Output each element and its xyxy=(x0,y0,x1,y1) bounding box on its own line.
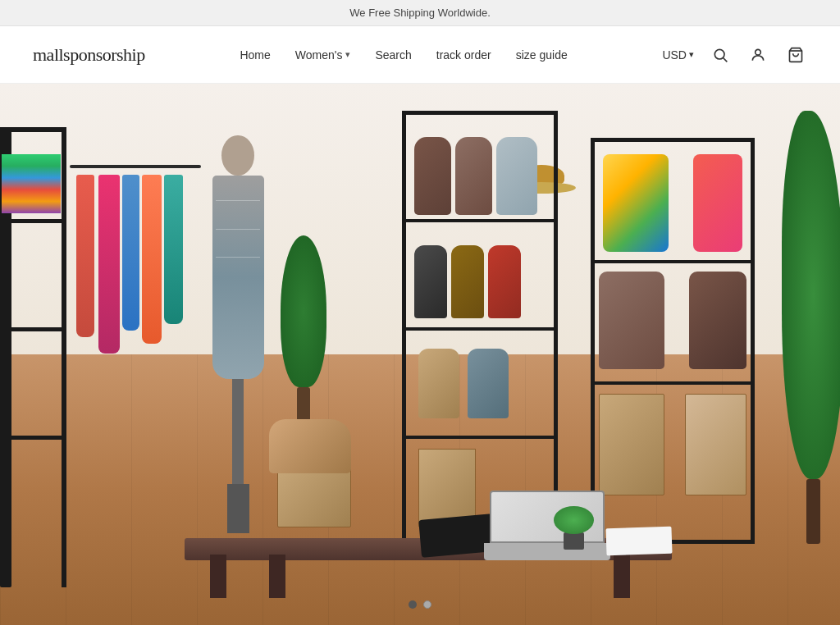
nav-womens[interactable]: Women's xyxy=(295,48,351,62)
clothing-rack-area xyxy=(70,148,201,473)
cart-button[interactable] xyxy=(784,43,807,66)
shelf-bar-2 xyxy=(0,327,66,331)
nav-track-order[interactable]: track order xyxy=(436,48,491,62)
nav-size-guide[interactable]: size guide xyxy=(516,48,568,62)
shoe-on-box xyxy=(269,419,351,473)
hero-section xyxy=(0,84,840,625)
plant-right xyxy=(791,111,836,544)
carousel-dots xyxy=(409,600,431,609)
notebook xyxy=(606,527,673,556)
small-plant xyxy=(559,506,588,550)
currency-selector[interactable]: USD xyxy=(662,48,694,62)
carousel-dot-2[interactable] xyxy=(423,600,431,609)
table-leg-left2 xyxy=(269,555,285,598)
shelf-left-bar xyxy=(62,127,66,587)
carousel-dot-1[interactable] xyxy=(409,600,417,609)
svg-point-2 xyxy=(756,49,761,55)
nav-home[interactable]: Home xyxy=(240,48,270,62)
right-shelf-unit xyxy=(591,138,755,544)
site-logo[interactable]: mallsponsorship xyxy=(33,44,145,66)
main-nav: Home Women's Search track order size gui… xyxy=(240,48,567,62)
rack-top-bar xyxy=(0,127,62,132)
shelf-bar-1 xyxy=(0,219,66,223)
top-banner: We Free Shipping Worldwide. xyxy=(0,0,840,26)
banner-text: We Free Shipping Worldwide. xyxy=(349,7,491,19)
site-header: mallsponsorship Home Women's Search trac… xyxy=(0,26,840,84)
shelf-bar-3 xyxy=(0,436,66,440)
hero-background xyxy=(0,84,840,625)
nav-search[interactable]: Search xyxy=(375,48,411,62)
user-icon xyxy=(750,47,766,63)
table-leg-left xyxy=(210,555,226,598)
folded-clothes xyxy=(2,154,61,214)
search-icon xyxy=(712,47,728,63)
table-leg-right xyxy=(614,555,630,598)
svg-point-0 xyxy=(714,49,724,59)
cart-icon xyxy=(788,47,804,63)
header-icons: USD xyxy=(662,43,807,66)
account-button[interactable] xyxy=(746,43,769,66)
mannequin xyxy=(201,127,275,533)
svg-line-1 xyxy=(724,57,728,62)
center-shelf-unit xyxy=(402,111,558,544)
search-button[interactable] xyxy=(709,43,732,66)
